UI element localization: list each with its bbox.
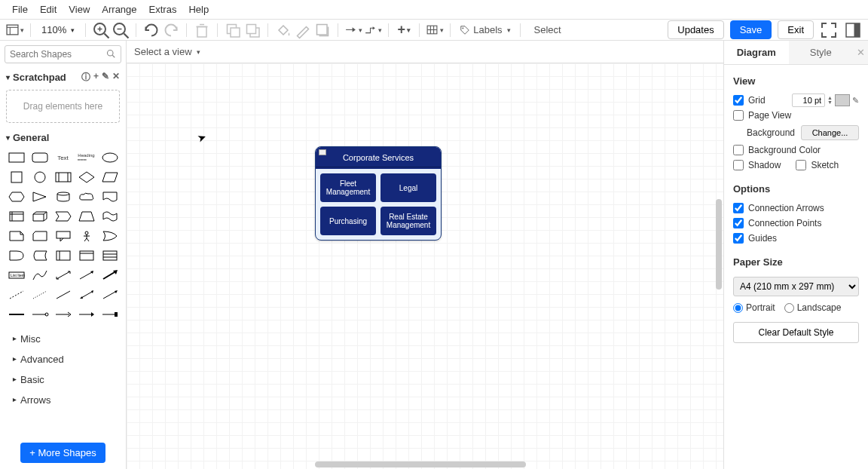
landscape-radio-row[interactable]: Landscape: [784, 302, 842, 313]
shape-or[interactable]: [99, 228, 120, 244]
zoom-in-button[interactable]: [92, 21, 110, 39]
connection-arrows-checkbox-row[interactable]: Connection Arrows: [733, 201, 859, 216]
shape-container-h[interactable]: [53, 247, 73, 264]
child-node-legal[interactable]: Legal: [381, 173, 436, 202]
more-shapes-button[interactable]: + More Shapes: [20, 443, 105, 463]
to-front-button[interactable]: [224, 21, 242, 39]
menu-help[interactable]: Help: [182, 1, 215, 18]
fullscreen-button[interactable]: [820, 21, 838, 39]
shape-dashed-line[interactable]: [6, 287, 26, 303]
tab-diagram[interactable]: Diagram: [724, 41, 789, 64]
shape-connector-3[interactable]: [76, 306, 96, 323]
shape-actor[interactable]: [76, 228, 96, 244]
grid-color-swatch[interactable]: [835, 94, 850, 106]
node-header[interactable]: Corporate Services: [316, 147, 441, 167]
shape-connector-1[interactable]: [29, 306, 50, 323]
connection-dropdown[interactable]: ▾: [344, 21, 362, 39]
shape-bidirectional-arrow[interactable]: [53, 267, 73, 284]
grid-size-input[interactable]: [792, 93, 825, 107]
scratchpad-section-header[interactable]: ▾ Scratchpad ⓘ + ✎ ✕: [0, 68, 126, 87]
shape-and[interactable]: [6, 247, 26, 264]
shape-hexagon[interactable]: [6, 189, 26, 205]
close-icon[interactable]: ✕: [112, 71, 120, 84]
shape-list-item[interactable]: List Item: [6, 267, 26, 284]
paper-size-select[interactable]: A4 (210 mm x 297 mm): [733, 277, 859, 296]
page-view-checkbox-row[interactable]: Page View: [733, 108, 859, 123]
close-panel-button[interactable]: ✕: [853, 41, 868, 64]
save-button[interactable]: Save: [730, 20, 772, 39]
search-shapes-input[interactable]: [5, 45, 121, 63]
shape-tape[interactable]: [99, 208, 120, 225]
collapse-panel-button[interactable]: [844, 21, 862, 39]
shape-note[interactable]: [6, 228, 26, 244]
shape-document[interactable]: [99, 189, 120, 205]
sketch-checkbox[interactable]: [796, 160, 806, 170]
add-icon[interactable]: +: [93, 71, 99, 84]
shape-diamond[interactable]: [76, 169, 96, 185]
shape-text[interactable]: Text: [53, 149, 73, 166]
zoom-dropdown[interactable]: 110% ▾: [37, 24, 79, 35]
portrait-radio-row[interactable]: Portrait: [733, 302, 775, 313]
shadow-checkbox[interactable]: [733, 160, 744, 170]
stroke-button[interactable]: [294, 21, 312, 39]
shape-heading[interactable]: Heading━━━: [76, 149, 96, 166]
general-section-header[interactable]: ▾ General: [0, 129, 126, 146]
shape-dotted-line[interactable]: [29, 287, 50, 303]
grid-stepper[interactable]: ▲▼: [827, 96, 833, 105]
canvas[interactable]: ➤ Corporate Services Fleet Management Le…: [127, 63, 723, 469]
shape-card[interactable]: [29, 228, 50, 244]
exit-button[interactable]: Exit: [778, 20, 814, 39]
delete-button[interactable]: [193, 21, 211, 39]
advanced-section-header[interactable]: ▾Advanced: [6, 349, 120, 369]
waypoints-dropdown[interactable]: ▾: [364, 21, 382, 39]
shape-triangle[interactable]: [29, 189, 50, 205]
horizontal-scrollbar[interactable]: [315, 461, 526, 467]
to-back-button[interactable]: [243, 21, 261, 39]
child-node-fleet-management[interactable]: Fleet Management: [320, 173, 376, 202]
select-tool-label[interactable]: Select: [527, 24, 561, 35]
shape-process[interactable]: [53, 169, 73, 185]
search-icon[interactable]: [106, 49, 115, 60]
view-dropdown-button[interactable]: ▾: [6, 21, 24, 39]
shape-line[interactable]: [53, 287, 73, 303]
shape-data-storage[interactable]: [29, 247, 50, 264]
shadow-checkbox-row[interactable]: Shadow: [733, 158, 781, 173]
connection-points-checkbox-row[interactable]: Connection Points: [733, 216, 859, 231]
zoom-out-button[interactable]: [112, 21, 130, 39]
shape-link[interactable]: [6, 306, 26, 323]
shape-cube[interactable]: [29, 208, 50, 225]
child-node-purchasing[interactable]: Purchasing: [320, 207, 376, 235]
view-select-dropdown[interactable]: Select a view ▾: [134, 46, 200, 57]
shape-container-v[interactable]: [76, 247, 96, 264]
edit-grid-color-icon[interactable]: ✎: [852, 96, 859, 106]
tab-style[interactable]: Style: [789, 41, 854, 64]
menu-extras[interactable]: Extras: [143, 1, 183, 18]
redo-button[interactable]: [162, 21, 180, 39]
portrait-radio[interactable]: [733, 303, 743, 313]
basic-section-header[interactable]: ▾Basic: [6, 369, 120, 390]
misc-section-header[interactable]: ▾Misc: [6, 329, 120, 349]
shadow-button[interactable]: [313, 21, 332, 39]
menu-file[interactable]: File: [6, 1, 34, 18]
page-view-checkbox[interactable]: [733, 110, 744, 121]
shape-directional-connector[interactable]: [99, 287, 120, 303]
shape-internal-storage[interactable]: [6, 208, 26, 225]
shape-connector-4[interactable]: [99, 306, 120, 323]
shape-list[interactable]: [99, 247, 120, 264]
shape-curve[interactable]: [29, 267, 50, 284]
shape-rectangle[interactable]: [6, 149, 26, 166]
background-color-checkbox-row[interactable]: Background Color: [733, 143, 859, 158]
scratchpad-dropzone[interactable]: Drag elements here: [6, 90, 120, 123]
edit-icon[interactable]: ✎: [102, 71, 109, 84]
shape-step[interactable]: [53, 208, 73, 225]
sketch-checkbox-row[interactable]: Sketch: [796, 158, 839, 173]
menu-view[interactable]: View: [63, 1, 96, 18]
undo-button[interactable]: [142, 21, 160, 39]
arrows-section-header[interactable]: ▾Arrows: [6, 390, 120, 410]
shape-cloud[interactable]: [76, 189, 96, 205]
grid-checkbox-row[interactable]: Grid: [733, 93, 766, 108]
table-dropdown[interactable]: ▾: [426, 21, 444, 39]
shape-circle[interactable]: [29, 169, 50, 185]
shape-ellipse[interactable]: [99, 149, 120, 166]
shape-callout[interactable]: [53, 228, 73, 244]
